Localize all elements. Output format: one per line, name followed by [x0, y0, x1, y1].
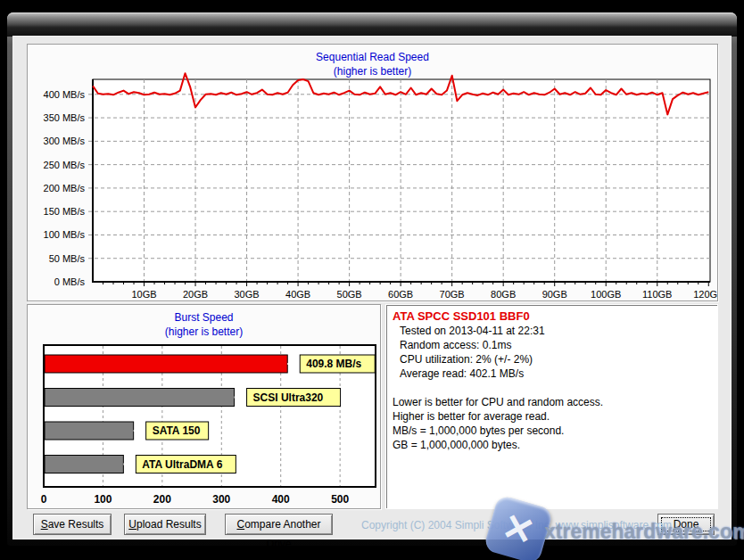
svg-text:20GB: 20GB — [183, 289, 208, 300]
svg-text:250 MB/s: 250 MB/s — [44, 160, 86, 170]
svg-text:0: 0 — [41, 493, 47, 506]
svg-text:30GB: 30GB — [234, 289, 259, 300]
svg-text:200: 200 — [153, 493, 171, 506]
svg-text:40GB: 40GB — [285, 289, 310, 300]
screen: HD Tach version 3.0.4.0 - For non-commer… — [0, 0, 744, 560]
svg-text:300: 300 — [212, 493, 230, 506]
svg-text:400 MB/s: 400 MB/s — [44, 89, 86, 100]
burst-speed-subtitle: (higher is better) — [28, 325, 380, 338]
svg-text:0 MB/s: 0 MB/s — [54, 276, 86, 287]
sequential-read-chart: 0 MB/s50 MB/s100 MB/s150 MB/s200 MB/s250… — [28, 45, 717, 301]
x-tick-labels: 10GB20GB30GB40GB50GB60GB70GB80GB90GB100G… — [131, 289, 717, 300]
chart-notes: Lower is better for CPU and random acces… — [386, 395, 717, 452]
svg-text:90GB: 90GB — [542, 289, 567, 300]
drive-detail-line: Average read: 402.1 MB/s — [386, 366, 717, 381]
svg-text:150 MB/s: 150 MB/s — [44, 206, 86, 217]
bar-label: ATA UltraDMA 6 — [142, 458, 222, 471]
bar-label: 409.8 MB/s — [306, 358, 361, 370]
svg-text:200 MB/s: 200 MB/s — [44, 183, 86, 194]
y-tick-labels: 0 MB/s50 MB/s100 MB/s150 MB/s200 MB/s250… — [44, 89, 86, 287]
bar — [45, 422, 134, 440]
upload-results-button[interactable]: Upload Results — [124, 514, 206, 535]
sequential-read-title: Sequential Read Speed — [28, 51, 717, 63]
drive-details: Tested on 2013-04-11 at 22:31Random acce… — [386, 324, 717, 381]
note-line: Higher is better for average read. — [386, 409, 717, 424]
svg-text:400: 400 — [272, 493, 290, 506]
client-area: 0 MB/s50 MB/s100 MB/s150 MB/s200 MB/s250… — [13, 37, 731, 539]
x-glyph-icon: ✕ — [498, 507, 538, 552]
svg-text:80GB: 80GB — [491, 289, 516, 300]
sequential-read-subtitle: (higher is better) — [28, 65, 717, 78]
bar-label: SCSI Ultra320 — [253, 391, 324, 404]
svg-text:350 MB/s: 350 MB/s — [44, 112, 86, 123]
svg-text:120GB: 120GB — [693, 289, 717, 300]
hdtach-window: HD Tach version 3.0.4.0 - For non-commer… — [7, 12, 737, 546]
save-results-button[interactable]: Save Results — [33, 514, 112, 535]
note-line: Lower is better for CPU and random acces… — [386, 395, 717, 409]
svg-text:100GB: 100GB — [591, 289, 621, 300]
bar — [45, 456, 123, 474]
note-line: GB = 1,000,000,000 bytes. — [386, 438, 717, 452]
drive-info-panel: ATA SPCC SSD101 BBF0 Tested on 2013-04-1… — [385, 304, 718, 509]
svg-text:60GB: 60GB — [388, 289, 413, 300]
bar-label: SATA 150 — [153, 424, 201, 437]
drive-detail-line: Tested on 2013-04-11 at 22:31 — [386, 324, 717, 338]
sequential-read-panel: 0 MB/s50 MB/s100 MB/s150 MB/s200 MB/s250… — [27, 44, 718, 301]
bar — [45, 355, 287, 373]
svg-text:100: 100 — [94, 493, 112, 506]
titlebar[interactable]: HD Tach version 3.0.4.0 - For non-commer… — [7, 12, 737, 37]
compare-another-drive-button[interactable]: Compare Another Drive — [225, 514, 333, 535]
plot-area — [93, 79, 710, 282]
drive-name: ATA SPCC SSD101 BBF0 — [386, 305, 717, 324]
svg-text:500: 500 — [331, 493, 349, 506]
note-line: MB/s = 1,000,000 bytes per second. — [386, 424, 717, 438]
drive-detail-line: CPU utilization: 2% (+/- 2%) — [386, 352, 717, 366]
svg-text:110GB: 110GB — [642, 289, 672, 300]
svg-text:10GB: 10GB — [131, 289, 156, 300]
svg-text:50 MB/s: 50 MB/s — [49, 253, 86, 264]
svg-text:100 MB/s: 100 MB/s — [44, 229, 86, 240]
svg-text:50GB: 50GB — [337, 289, 362, 300]
svg-text:70GB: 70GB — [440, 289, 465, 300]
burst-speed-title: Burst Speed — [28, 311, 380, 324]
drive-detail-line: Random access: 0.1ms — [386, 338, 717, 352]
burst-speed-panel: 0100200300400500409.8 MB/sSCSI Ultra320S… — [27, 304, 381, 509]
svg-text:300 MB/s: 300 MB/s — [44, 136, 86, 146]
watermark-text: xtremehardware.com — [544, 520, 744, 544]
x-tick-labels: 0100200300400500 — [41, 493, 350, 506]
bar — [45, 389, 235, 407]
